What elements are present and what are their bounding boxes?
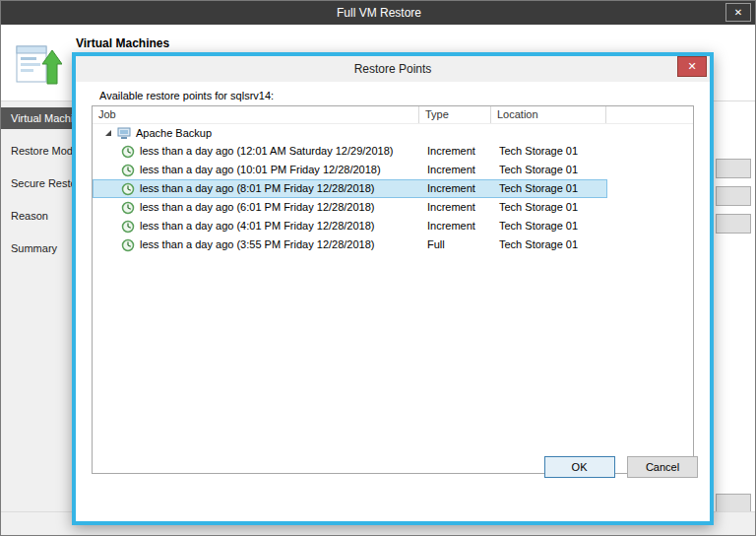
restore-point-row[interactable]: less than a day ago (8:01 PM Friday 12/2… [93, 179, 607, 198]
restore-point-label: less than a day ago (3:55 PM Friday 12/2… [140, 236, 374, 253]
sidebar-item-reason[interactable]: Reason [1, 205, 72, 227]
table-header: Job Type Location [93, 106, 693, 124]
restore-point-row[interactable]: less than a day ago (12:01 AM Saturday 1… [93, 142, 607, 161]
modal-titlebar: Restore Points ✕ [76, 56, 710, 82]
backup-job-group-row[interactable]: Apache Backup [93, 124, 693, 142]
restore-point-type: Full [420, 236, 492, 253]
restore-point-icon [121, 182, 135, 196]
modal-content: Available restore points for sqlsrv14: J… [76, 82, 710, 494]
screen: Full VM Restore ✕ Virtual Machines Virtu… [0, 0, 756, 536]
restore-point-label: less than a day ago (12:01 AM Saturday 1… [140, 143, 393, 160]
restore-point-location: Tech Storage 01 [492, 218, 607, 234]
column-header-spacer [606, 106, 693, 123]
restore-point-icon [121, 145, 135, 159]
restore-point-label: less than a day ago (6:01 PM Friday 12/2… [140, 199, 374, 216]
modal-title: Restore Points [76, 56, 710, 82]
restore-point-type: Increment [420, 199, 492, 216]
restore-point-label: less than a day ago (8:01 PM Friday 12/2… [140, 180, 374, 197]
sidebar: Virtual MachinesRestore ModeSecure Resto… [1, 101, 72, 511]
restore-point-row[interactable]: less than a day ago (3:55 PM Friday 12/2… [93, 235, 607, 254]
hidden-button-fragment [716, 494, 751, 513]
column-header-job[interactable]: Job [93, 106, 419, 123]
sidebar-item-restore-mode[interactable]: Restore Mode [1, 140, 72, 162]
restore-point-label: less than a day ago (10:01 PM Friday 12/… [140, 162, 381, 178]
close-icon[interactable]: ✕ [725, 3, 751, 22]
restore-point-icon [121, 164, 135, 177]
restore-points-table: Job Type Location [92, 105, 694, 474]
restore-point-location: Tech Storage 01 [492, 162, 607, 178]
main-titlebar: Full VM Restore ✕ [1, 1, 756, 25]
restore-point-icon [121, 201, 135, 215]
hidden-button-fragment [716, 159, 751, 178]
restore-point-icon [121, 220, 135, 234]
restore-point-label: less than a day ago (4:01 PM Friday 12/2… [140, 218, 374, 234]
restore-point-location: Tech Storage 01 [492, 199, 607, 216]
sidebar-item-secure-restore[interactable]: Secure Restore [1, 172, 72, 194]
sidebar-item-summary[interactable]: Summary [1, 237, 72, 259]
tree-expander-icon[interactable] [102, 127, 114, 139]
restore-point-row[interactable]: less than a day ago (10:01 PM Friday 12/… [93, 161, 607, 179]
page-title: Virtual Machines [76, 36, 169, 50]
vm-restore-icon [15, 42, 62, 90]
hidden-button-fragment [716, 186, 751, 206]
ok-button[interactable]: OK [544, 456, 615, 478]
backup-job-icon [117, 126, 131, 140]
column-header-location[interactable]: Location [491, 106, 606, 123]
restore-point-location: Tech Storage 01 [492, 236, 607, 253]
restore-point-location: Tech Storage 01 [492, 180, 607, 197]
restore-points-dialog: Restore Points ✕ Available restore point… [72, 52, 714, 525]
restore-point-row[interactable]: less than a day ago (6:01 PM Friday 12/2… [93, 198, 607, 217]
restore-point-type: Increment [420, 143, 492, 160]
column-header-type[interactable]: Type [419, 106, 491, 123]
backup-job-label: Apache Backup [136, 127, 212, 139]
hidden-button-fragment [716, 214, 751, 234]
sidebar-item-virtual-machines[interactable]: Virtual Machines [1, 107, 72, 129]
close-icon[interactable]: ✕ [677, 56, 707, 77]
cancel-button[interactable]: Cancel [627, 456, 698, 478]
restore-points-description: Available restore points for sqlsrv14: [99, 90, 274, 101]
restore-points-body: less than a day ago (12:01 AM Saturday 1… [93, 142, 693, 254]
restore-point-type: Increment [420, 218, 492, 234]
dialog-buttons: OK Cancel [536, 456, 698, 478]
restore-point-icon [121, 238, 135, 252]
main-window-title: Full VM Restore [1, 1, 756, 25]
restore-point-location: Tech Storage 01 [492, 143, 607, 160]
restore-point-type: Increment [420, 180, 492, 197]
restore-point-type: Increment [420, 162, 492, 178]
restore-point-row[interactable]: less than a day ago (4:01 PM Friday 12/2… [93, 217, 607, 235]
